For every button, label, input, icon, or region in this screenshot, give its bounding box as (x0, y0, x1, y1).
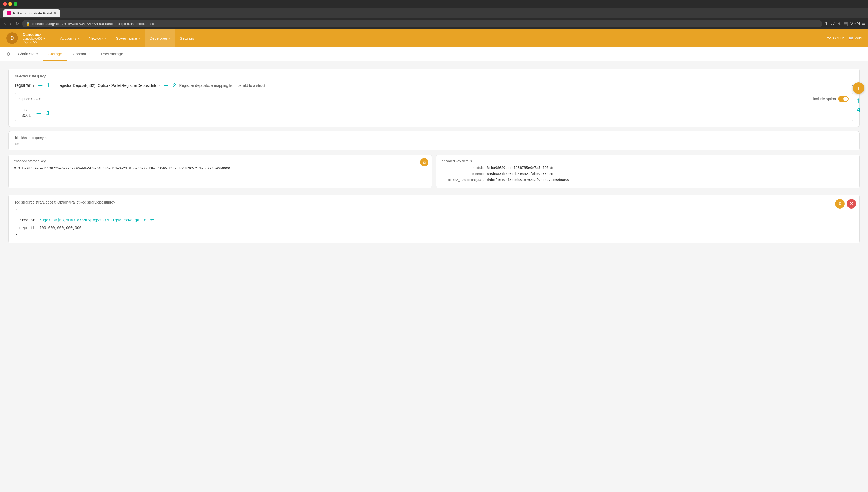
details-blake2-key: blake2_128concat(u32) (442, 178, 484, 182)
extension-icon[interactable]: ⚠ (837, 21, 841, 27)
query-label: selected state query (15, 74, 853, 78)
result-creator-value: 5Hg8YF36jRBj5HmDToXnMLVpWgys3Q7LZtqVqEec… (40, 218, 146, 222)
encoded-storage-value: 0x3fba98689ebed1138735e0e7a5a790ab8a5b5a… (14, 166, 426, 171)
sub-nav-constants[interactable]: Constants (67, 47, 96, 61)
vpn-icon[interactable]: VPN (850, 21, 860, 27)
module-selector[interactable]: registrar ▾ (15, 83, 34, 88)
result-open-brace: { (15, 208, 17, 213)
github-link[interactable]: ⌥ GitHub (827, 36, 845, 40)
nav-reload-btn[interactable]: ↻ (15, 20, 20, 27)
result-deposit-label: deposit: (20, 226, 37, 230)
nav-developer[interactable]: Developer ▾ (145, 29, 175, 47)
details-row-module: module 3fba98689ebed1138735e0e7a5a790ab (442, 166, 854, 170)
details-row-method: method 8a5b5a34b086ed14e3a21f8bd9e33a2c (442, 172, 854, 176)
github-icon: ⌥ (827, 36, 831, 40)
module-name: registrar (15, 83, 30, 88)
browser-actions: ⬆ 🛡 ⚠ ▤ VPN ≡ (824, 21, 865, 27)
annotation-number-3: 3 (46, 110, 49, 117)
option-header: Option<u32> include option (15, 93, 853, 105)
chain-state-icon: ⚙ (6, 51, 10, 57)
developer-chevron-icon: ▾ (169, 37, 170, 40)
option-input-group: u32 3001 ← 3 (22, 108, 846, 118)
brand-wrapper[interactable]: D Dancebox dancebox/601 ▾ #2,453,553 (6, 32, 45, 44)
traffic-lights (3, 2, 17, 6)
sub-nav: ⚙ Chain state Storage Constants Raw stor… (0, 47, 868, 61)
encoded-storage-label: encoded storage key (14, 159, 426, 163)
annotation-arrow-1-icon: ← (37, 81, 44, 90)
minimize-traffic-light[interactable] (8, 2, 12, 6)
network-chevron-icon: ▾ (105, 37, 106, 40)
wiki-icon: 📖 (849, 36, 853, 40)
shield-icon[interactable]: 🛡 (830, 21, 835, 27)
nav-settings[interactable]: Settings (175, 29, 199, 47)
module-selector-group: registrar ▾ ← 1 (15, 81, 50, 90)
main-nav: Accounts ▾ Network ▾ Governance ▾ Develo… (55, 29, 199, 47)
annotation-arrow-up-icon: ↑ (857, 96, 860, 104)
encoded-storage-card: encoded storage key 0x3fba98689ebed11387… (8, 155, 432, 188)
result-annotation-arrow: ← (150, 216, 153, 222)
tab-close-btn[interactable]: ✕ (54, 11, 56, 15)
method-desc: Registrar deposits, a mapping from paraI… (179, 83, 848, 88)
menu-icon[interactable]: ≡ (862, 21, 865, 27)
accounts-chevron-icon: ▾ (78, 37, 79, 40)
encoded-details-card: encoded key details module 3fba98689ebed… (436, 155, 860, 188)
sub-nav-raw-storage[interactable]: Raw storage (96, 47, 128, 61)
address-bar[interactable]: 🔒 polkadot.js.org/apps/?rpc=wss%3A%2F%2F… (22, 20, 822, 27)
new-tab-btn[interactable]: + (62, 11, 68, 16)
nav-network[interactable]: Network ▾ (84, 29, 111, 47)
annotation-number-4: 4 (857, 106, 860, 113)
main-content: selected state query registrar ▾ ← 1 reg… (0, 61, 868, 492)
active-tab[interactable]: Polkadot/Substrate Portal ✕ (3, 9, 60, 17)
brand-avatar: D (6, 32, 18, 44)
result-card: registrar.registrarDeposit: Option<Palle… (8, 195, 860, 243)
wiki-link[interactable]: 📖 Wiki (849, 36, 862, 40)
input-value[interactable]: 3001 (22, 113, 31, 118)
include-option-toggle[interactable] (838, 96, 848, 102)
details-module-val: 3fba98689ebed1138735e0e7a5a790ab (487, 166, 553, 170)
nav-accounts[interactable]: Accounts ▾ (55, 29, 84, 47)
add-query-btn[interactable]: + (853, 82, 864, 94)
details-method-val: 8a5b5a34b086ed14e3a21f8bd9e33a2c (487, 172, 553, 176)
sidebar-icon[interactable]: ▤ (844, 21, 848, 27)
add-btn-group: + ↑ 4 (853, 82, 864, 113)
method-selector-group: registrarDeposit(u32): Option<PalletRegi… (58, 81, 853, 90)
tab-favicon (7, 11, 11, 15)
brand-block: #2,453,553 (23, 41, 45, 44)
url-text: polkadot.js.org/apps/?rpc=wss%3A%2F%2Fra… (32, 22, 158, 26)
result-deposit-value: 100,000,000,000,000 (40, 226, 81, 230)
maximize-traffic-light[interactable] (14, 2, 17, 6)
copy-encoded-key-btn[interactable]: ⧉ (420, 158, 429, 167)
nav-back-btn[interactable]: ‹ (3, 20, 6, 27)
nav-network-label: Network (89, 36, 103, 41)
address-bar-row: ‹ › ↻ 🔒 polkadot.js.org/apps/?rpc=wss%3A… (0, 18, 868, 29)
method-text[interactable]: registrarDeposit(u32): Option<PalletRegi… (58, 83, 160, 88)
brand-name: Dancebox (23, 32, 45, 37)
nav-governance[interactable]: Governance ▾ (111, 29, 145, 47)
blockhash-input[interactable]: 0x... (15, 142, 853, 146)
encoded-details-label: encoded key details (442, 159, 854, 163)
nav-right: ⌥ GitHub 📖 Wiki (827, 36, 862, 40)
query-row: registrar ▾ ← 1 registrarDeposit(u32): O… (15, 81, 853, 90)
tab-bar: Polkadot/Substrate Portal ✕ + (0, 8, 868, 18)
annotation-number-1: 1 (47, 82, 50, 89)
close-traffic-light[interactable] (3, 2, 7, 6)
details-blake2-val: d3bcf1040df38ed8518792c2f9acd271b90b0000 (487, 178, 569, 182)
sub-nav-storage[interactable]: Storage (43, 47, 68, 61)
encoded-grid: encoded storage key 0x3fba98689ebed11387… (8, 155, 860, 188)
governance-chevron-icon: ▾ (139, 37, 140, 40)
brand-info: Dancebox dancebox/601 ▾ #2,453,553 (23, 32, 45, 44)
share-icon[interactable]: ⬆ (824, 21, 828, 27)
nav-developer-label: Developer (149, 36, 167, 41)
nav-forward-btn[interactable]: › (9, 20, 12, 27)
sub-nav-chain-state[interactable]: Chain state (13, 47, 43, 61)
brand-sub: dancebox/601 ▾ (23, 37, 45, 41)
option-input-section: u32 3001 (22, 108, 31, 118)
module-dropdown-arrow[interactable]: ▾ (32, 83, 34, 88)
wiki-label: Wiki (855, 36, 862, 40)
annotation-arrow-3-icon: ← (35, 109, 42, 117)
result-title: registrar.registrarDeposit: Option<Palle… (15, 200, 853, 204)
copy-result-btn[interactable]: ⧉ (835, 199, 845, 208)
option-include: include option (813, 96, 848, 102)
result-body: { creator: 5Hg8YF36jRBj5HmDToXnMLVpWgys3… (15, 207, 853, 238)
close-result-btn[interactable]: ✕ (847, 199, 856, 208)
